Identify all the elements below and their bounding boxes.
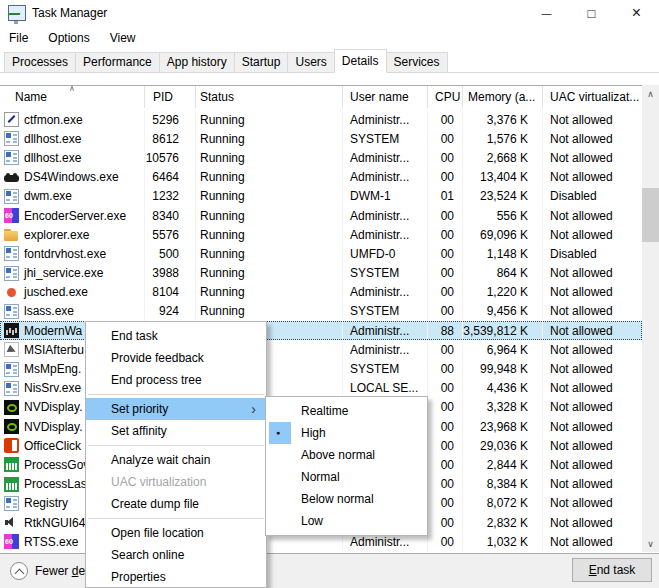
cell-memory: 69,096 K (463, 225, 543, 244)
cell-cpu: 00 (428, 398, 463, 417)
column-label: Name (15, 90, 47, 104)
maximize-icon[interactable] (569, 0, 614, 26)
cell-status: Running (196, 110, 343, 129)
submenu-item-above-normal[interactable]: Above normal (266, 444, 427, 466)
close-icon[interactable] (614, 0, 659, 26)
process-name: ProcessLass (24, 477, 93, 491)
menu-item-provide-feedback[interactable]: Provide feedback (86, 347, 266, 369)
column-header-memory[interactable]: Memory (a... (463, 86, 543, 108)
window-icon (4, 131, 19, 146)
tab-processes[interactable]: Processes (4, 52, 76, 72)
tab-services[interactable]: Services (386, 52, 448, 72)
menu-item-create-dump-file[interactable]: Create dump file (86, 493, 266, 515)
submenu-item-low[interactable]: Low (266, 510, 427, 532)
table-row[interactable]: dllhost.exe8612RunningSYSTEM001,576 KNot… (0, 129, 642, 148)
process-name: jusched.exe (24, 285, 88, 299)
pen-icon (4, 112, 19, 127)
tab-details[interactable]: Details (334, 49, 387, 73)
process-name: jhi_service.exe (24, 266, 103, 280)
process-name: fontdrvhost.exe (24, 247, 106, 261)
cell-uac: Not allowed (543, 148, 642, 167)
menu-item-open-file-location[interactable]: Open file location (86, 522, 266, 544)
cell-pid: 8340 (145, 206, 196, 225)
column-header-status[interactable]: Status (196, 86, 343, 108)
bar-chart-icon (4, 457, 19, 472)
tab-startup[interactable]: Startup (234, 52, 289, 72)
speaker-icon (4, 515, 19, 530)
menu-item-analyze-wait-chain[interactable]: Analyze wait chain (86, 449, 266, 471)
menu-item-end-task[interactable]: End task (86, 325, 266, 347)
column-header-user-name[interactable]: User name (343, 86, 428, 108)
menu-separator (88, 445, 264, 446)
submenu-item-realtime[interactable]: Realtime (266, 400, 427, 422)
cell-uac: Not allowed (543, 302, 642, 321)
table-row[interactable]: dwm.exe1232RunningDWM-10123,524 KDisable… (0, 187, 642, 206)
cell-uac: Not allowed (543, 532, 642, 551)
tab-app-history[interactable]: App history (159, 52, 235, 72)
cell-cpu: 00 (428, 340, 463, 359)
menu-view[interactable]: View (110, 29, 145, 47)
scroll-down-icon[interactable]: ∨ (642, 535, 659, 552)
submenu-item-high[interactable]: High (266, 422, 427, 444)
submenu-item-normal[interactable]: Normal (266, 466, 427, 488)
chevron-up-circle-icon (10, 562, 28, 580)
cell-name: explorer.exe (0, 225, 145, 244)
menu-item-set-affinity[interactable]: Set affinity (86, 420, 266, 442)
table-row[interactable]: fontdrvhost.exe500RunningUMFD-0001,148 K… (0, 244, 642, 263)
menu-item-search-online[interactable]: Search online (86, 544, 266, 566)
cell-memory: 2,844 K (463, 455, 543, 474)
cell-cpu: 00 (428, 148, 463, 167)
table-row[interactable]: EncoderServer.exe8340RunningAdministr...… (0, 206, 642, 225)
cell-uac: Not allowed (543, 417, 642, 436)
bar-chart-icon (4, 477, 19, 492)
cell-uac: Not allowed (543, 359, 642, 378)
cell-cpu: 00 (428, 436, 463, 455)
column-header-name[interactable]: ∧ Name (0, 86, 145, 108)
cell-user-name: Administr... (343, 168, 428, 187)
cell-cpu: 00 (428, 379, 463, 398)
table-row[interactable]: jhi_service.exe3988RunningSYSTEM00864 KN… (0, 264, 642, 283)
cell-user-name: SYSTEM (343, 264, 428, 283)
vertical-scrollbar[interactable]: ∧ ∨ (642, 85, 659, 552)
table-row[interactable]: explorer.exe5576RunningAdministr...0069,… (0, 225, 642, 244)
window-icon (4, 496, 19, 511)
menu-file[interactable]: File (9, 29, 37, 47)
process-name: NVDisplay. (24, 400, 82, 414)
tab-users[interactable]: Users (287, 52, 334, 72)
menu-options[interactable]: Options (48, 29, 98, 47)
process-name: dllhost.exe (24, 151, 81, 165)
table-row[interactable]: dllhost.exe10576RunningAdministr...002,6… (0, 148, 642, 167)
column-header-pid[interactable]: PID (145, 86, 196, 108)
cell-pid: 10576 (145, 148, 196, 167)
cell-memory: 23,968 K (463, 417, 543, 436)
cell-name: DS4Windows.exe (0, 168, 145, 187)
tab-strip: Processes Performance App history Startu… (0, 50, 659, 73)
menu-item-properties[interactable]: Properties (86, 566, 266, 588)
column-header-uac[interactable]: UAC virtualizat... (543, 86, 642, 108)
menu-item-set-priority[interactable]: Set priority (86, 398, 266, 420)
process-name: ModernWa (24, 324, 82, 338)
scroll-up-icon[interactable]: ∧ (642, 85, 659, 102)
table-row[interactable]: lsass.exe924RunningSYSTEM009,456 KNot al… (0, 302, 642, 321)
table-row[interactable]: DS4Windows.exe6464RunningAdministr...001… (0, 168, 642, 187)
cell-pid: 3988 (145, 264, 196, 283)
cell-user-name: SYSTEM (343, 359, 428, 378)
tab-performance[interactable]: Performance (75, 52, 160, 72)
cell-memory: 1,148 K (463, 244, 543, 263)
submenu-item-below-normal[interactable]: Below normal (266, 488, 427, 510)
cell-name: dwm.exe (0, 187, 145, 206)
menu-item-end-process-tree[interactable]: End process tree (86, 369, 266, 391)
cell-name: jhi_service.exe (0, 264, 145, 283)
process-name: dwm.exe (24, 189, 72, 203)
table-row[interactable]: ctfmon.exe5296RunningAdministr...003,376… (0, 110, 642, 129)
table-row[interactable]: jusched.exe8104RunningAdministr...001,22… (0, 283, 642, 302)
process-name: EncoderServer.exe (24, 209, 126, 223)
minimize-icon[interactable] (524, 0, 569, 26)
process-name: dllhost.exe (24, 132, 81, 146)
scrollbar-thumb[interactable] (642, 188, 659, 242)
end-task-button[interactable]: End task (572, 558, 652, 582)
cell-pid: 5576 (145, 225, 196, 244)
column-header-cpu[interactable]: CPU (428, 86, 463, 108)
cell-memory: 2,668 K (463, 148, 543, 167)
cell-memory: 1,032 K (463, 532, 543, 551)
